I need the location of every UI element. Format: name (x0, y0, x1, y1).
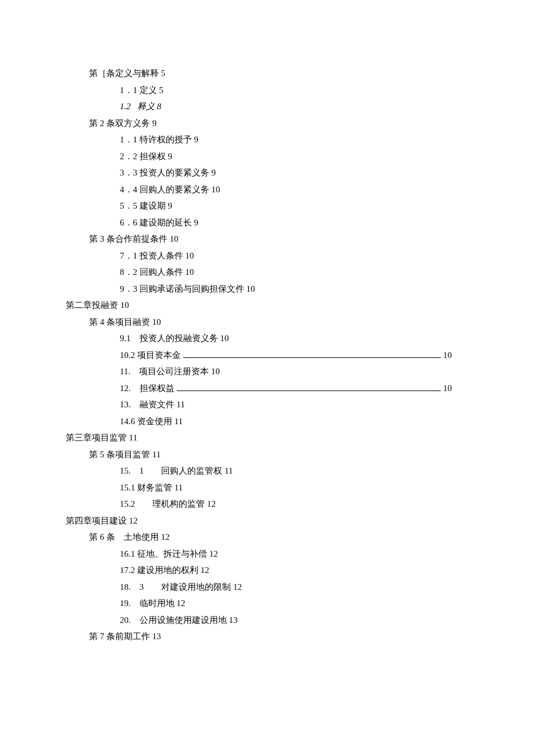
toc-entry: 17.2 建设用地的权利 12 (66, 562, 469, 579)
toc-entry: 15.2 理机构的监管 12 (66, 496, 469, 513)
toc-entry: 第 2 条双方义务 9 (66, 115, 469, 132)
toc-entry: 20. 公用设施使用建设用地 13 (66, 612, 469, 629)
toc-chapter: 第二章投融资 10 (66, 297, 469, 314)
leader-line (183, 357, 441, 358)
toc-entry: 7．1 投资人条件 10 (66, 248, 469, 264)
toc-text: 释义 8 (137, 102, 161, 111)
toc-chapter: 第四章项目建设 12 (66, 513, 469, 529)
toc-entry: 9．3 回购承诺函与回购担保文件 10 (66, 281, 469, 298)
toc-entry: 18. 3 对建设用地的限制 12 (66, 579, 469, 596)
toc-entry: 1．1 特许权的授予 9 (66, 131, 469, 148)
toc-entry: 5．5 建设期 9 (66, 198, 469, 214)
toc-entry: 4．4 回购人的要紧义务 10 (66, 181, 469, 198)
toc-page: 10 (443, 380, 469, 397)
toc-entry: 6．6 建设期的延长 9 (66, 214, 469, 231)
toc-entry-fill: 10.2 项目资本金 10 (66, 347, 469, 364)
toc-entry: 第 7 条前期工作 13 (66, 628, 469, 645)
toc-entry-fill: 12. 担保权益 10 (66, 380, 469, 397)
toc-entry: 16.1 征地、拆迁与补偿 12 (66, 546, 469, 562)
toc-entry: 11. 项目公司注册资本 10 (66, 363, 469, 380)
toc-entry: 15. 1 回购人的监管权 11 (66, 463, 469, 479)
leader-line (177, 390, 441, 391)
toc-entry: 8．2 回购人条件 10 (66, 264, 469, 281)
document-page: 第［条定义与解释 5 1．1 定义 5 1.2 释义 8 第 2 条双方义务 9… (0, 0, 535, 756)
toc-entry: 2．2 担保权 9 (66, 148, 469, 165)
toc-entry: 第 4 条项目融资 10 (66, 314, 469, 331)
toc-entry: 1.2 释义 8 (66, 98, 469, 115)
toc-entry: 9.1 投资人的投融资义务 10 (66, 330, 469, 347)
toc-entry: 第［条定义与解释 5 (66, 65, 469, 82)
toc-number: 1.2 (120, 102, 131, 111)
toc-entry: 13. 融资文件 11 (66, 396, 469, 413)
toc-text: 12. 担保权益 (120, 380, 174, 397)
toc-entry: 第 5 条项目监管 11 (66, 446, 469, 463)
toc-entry: 1．1 定义 5 (66, 82, 469, 99)
toc-entry: 3．3 投资人的要紧义务 9 (66, 164, 469, 181)
toc-entry: 14.6 资金使用 11 (66, 413, 469, 430)
toc-entry: 19. 临时用地 12 (66, 595, 469, 612)
toc-entry: 第 3 条合作前提条件 10 (66, 231, 469, 248)
toc-page: 10 (443, 347, 469, 364)
toc-text: 10.2 项目资本金 (120, 347, 181, 364)
toc-entry: 15.1 财务监管 11 (66, 479, 469, 496)
toc-entry: 第 6 条 土地使用 12 (66, 529, 469, 546)
toc-chapter: 第三章项目监管 11 (66, 429, 469, 446)
